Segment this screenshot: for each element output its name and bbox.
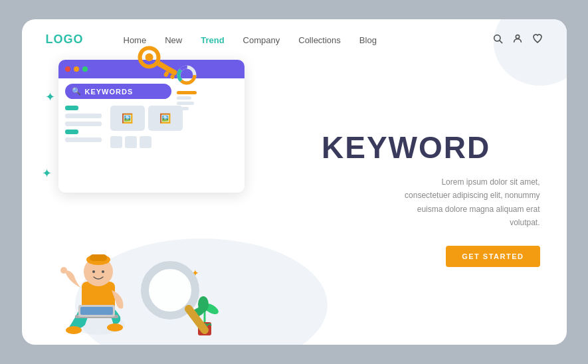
svg-point-25 (66, 326, 82, 334)
browser-rows: 🖼️ 🖼️ (65, 106, 238, 148)
nav-item-blog[interactable]: Blog (359, 34, 377, 46)
bar-4 (177, 107, 189, 110)
dot-green (82, 66, 88, 72)
svg-point-2 (516, 35, 519, 38)
dot-red (65, 66, 70, 72)
bar-lines (177, 91, 197, 110)
logo: LOGO (46, 33, 84, 46)
line-wide-3 (65, 137, 102, 142)
bar-1 (177, 91, 197, 94)
hero-description: Lorem ipsum dolor sit amet, consectetuer… (394, 175, 540, 230)
nav-links: Home New Trend Company Collections Blog (124, 34, 492, 46)
svg-rect-18 (90, 254, 107, 261)
main-card: LOGO Home New Trend Company Collections … (22, 19, 567, 345)
line-teal-2 (65, 130, 78, 134)
search-icon[interactable] (492, 33, 503, 46)
dot-yellow (74, 66, 79, 72)
left-section: ✦ ✦ ✦ (22, 53, 309, 345)
svg-point-20 (102, 270, 104, 273)
user-icon[interactable] (512, 33, 523, 46)
magnifier (138, 258, 205, 325)
bar-2 (177, 96, 191, 100)
line-teal-1 (65, 106, 78, 110)
browser-right-col: 🖼️ 🖼️ (110, 106, 183, 148)
navbar: LOGO Home New Trend Company Collections … (22, 19, 567, 53)
nav-item-trend[interactable]: Trend (201, 34, 224, 46)
nav-item-new[interactable]: New (165, 34, 182, 46)
svg-rect-24 (80, 307, 113, 315)
img-row-1: 🖼️ 🖼️ (110, 106, 183, 131)
img-placeholder-1: 🖼️ (110, 106, 145, 131)
nav-item-home[interactable]: Home (124, 34, 147, 46)
search-icon-in-bar: 🔍 (72, 87, 81, 96)
line-wide-2 (65, 122, 102, 126)
bar-3 (177, 102, 194, 105)
hero-title: KEYWORD (322, 131, 490, 165)
svg-line-13 (189, 309, 205, 330)
nav-icons (492, 33, 543, 46)
small-thumb-3 (140, 136, 151, 148)
svg-line-1 (500, 41, 502, 43)
sparkle-icon-1: ✦ (45, 90, 55, 104)
sparkle-icon-2: ✦ (42, 166, 52, 181)
svg-point-19 (92, 270, 95, 273)
heart-icon[interactable] (532, 33, 543, 46)
keywords-label: KEYWORDS (85, 88, 134, 96)
svg-point-21 (60, 267, 67, 274)
right-section: KEYWORD Lorem ipsum dolor sit amet, cons… (308, 53, 567, 345)
browser-left-col (65, 106, 105, 148)
line-wide-1 (65, 114, 102, 118)
main-content: ✦ ✦ ✦ (22, 53, 567, 345)
svg-point-26 (107, 323, 123, 331)
nav-item-company[interactable]: Company (243, 34, 280, 46)
svg-point-4 (144, 52, 154, 62)
magnifier-svg (138, 258, 211, 345)
cta-button[interactable]: GET STARTED (446, 246, 539, 267)
small-thumb-1 (110, 136, 122, 148)
small-thumb-2 (125, 136, 137, 148)
nav-item-collections[interactable]: Collections (298, 34, 341, 46)
